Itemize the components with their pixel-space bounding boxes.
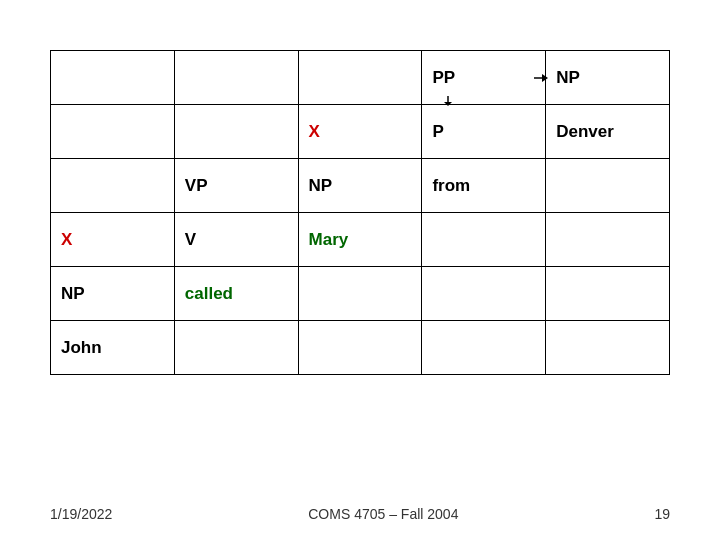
cell-r4-c4: [546, 267, 670, 321]
cell-called cell-green: called: [174, 267, 298, 321]
cell-r4-c0: NP: [51, 267, 175, 321]
right-arrow-icon: [534, 72, 548, 84]
cell-r1-c0: [51, 105, 175, 159]
cell-r1-c1: [174, 105, 298, 159]
footer-course: COMS 4705 – Fall 2004: [308, 506, 458, 522]
cell-r1-c3: P: [422, 105, 546, 159]
cell-r0-c2: [298, 51, 422, 105]
cell-r1-c2 cell-red: X: [298, 105, 422, 159]
parse-table: PP NP: [50, 50, 670, 375]
table-wrapper: PP NP: [50, 50, 670, 375]
cell-r5-c3: [422, 321, 546, 375]
table-row: PP NP: [51, 51, 670, 105]
table-row: X P Denver: [51, 105, 670, 159]
table-row: John: [51, 321, 670, 375]
svg-marker-3: [542, 74, 548, 82]
cell-r2-c1: VP: [174, 159, 298, 213]
cell-r5-c1: [174, 321, 298, 375]
table-row: VP NP from: [51, 159, 670, 213]
cell-r5-c4: [546, 321, 670, 375]
cell-from: from: [422, 159, 546, 213]
cell-r3-c1: V: [174, 213, 298, 267]
footer: 1/19/2022 COMS 4705 – Fall 2004 19: [0, 506, 720, 522]
cell-r2-c4: [546, 159, 670, 213]
table-row: NP called: [51, 267, 670, 321]
cell-r5-c2: [298, 321, 422, 375]
cell-np: NP: [546, 51, 670, 105]
cell-john: John: [51, 321, 175, 375]
cell-r3-c0 cell-red: X: [51, 213, 175, 267]
cell-r3-c3: [422, 213, 546, 267]
cell-r2-c0: [51, 159, 175, 213]
footer-page: 19: [654, 506, 670, 522]
cell-r2-c2: NP: [298, 159, 422, 213]
cell-r4-c2: [298, 267, 422, 321]
pp-label: PP: [432, 68, 455, 87]
cell-r4-c3: [422, 267, 546, 321]
cell-r0-c0: [51, 51, 175, 105]
page-container: PP NP: [0, 0, 720, 540]
footer-date: 1/19/2022: [50, 506, 112, 522]
cell-r1-c4: Denver: [546, 105, 670, 159]
cell-mary cell-green: Mary: [298, 213, 422, 267]
np-label: NP: [556, 68, 580, 87]
cell-r3-c4: [546, 213, 670, 267]
table-row: X V Mary: [51, 213, 670, 267]
cell-r0-c1: [174, 51, 298, 105]
cell-pp: PP: [422, 51, 546, 105]
